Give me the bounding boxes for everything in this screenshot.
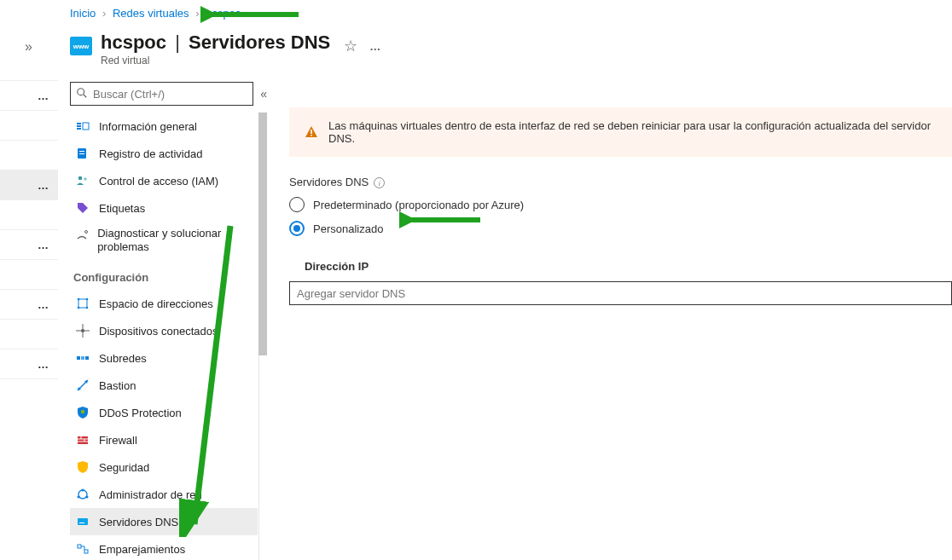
tags-icon [75, 200, 90, 216]
radio-icon [289, 221, 305, 236]
collapse-nav-icon[interactable]: « [260, 87, 267, 101]
nav-item-bastion[interactable]: Bastion [70, 372, 258, 399]
nav-section-config: Configuración [70, 261, 258, 290]
chevron-right-icon: › [195, 7, 199, 20]
more-actions-icon[interactable]: … [369, 40, 381, 53]
breadcrumb: Inicio › Redes virtuales › hcspoc [70, 0, 952, 25]
add-dns-server-input[interactable] [289, 281, 952, 305]
nav-label: Emparejamientos [99, 543, 185, 556]
ip-column-header: Dirección IP [305, 260, 952, 273]
stub-row[interactable]: … [0, 349, 58, 378]
svg-rect-37 [79, 522, 84, 523]
nav-item-diagnose[interactable]: Diagnosticar y solucionar problemas [70, 222, 258, 261]
stub-row[interactable] [0, 259, 58, 289]
svg-rect-40 [311, 130, 312, 134]
svg-point-14 [86, 298, 89, 301]
expand-rail-button[interactable]: » [0, 19, 58, 63]
network-manager-icon [75, 487, 90, 502]
nav-item-security[interactable]: Seguridad [70, 453, 258, 481]
breadcrumb-link-home[interactable]: Inicio [70, 7, 96, 20]
stub-row[interactable]: … [0, 229, 58, 259]
dns-icon [75, 514, 90, 529]
nav-item-network-manager[interactable]: Administrador de red [70, 481, 258, 508]
warning-banner: Las máquinas virtuales dentro de esta in… [289, 107, 952, 157]
nav-item-firewall[interactable]: Firewall [70, 426, 258, 453]
nav-label: Espacio de direcciones [99, 297, 213, 310]
nav-item-iam[interactable]: Control de acceso (IAM) [70, 167, 258, 194]
svg-rect-36 [78, 518, 88, 525]
svg-rect-8 [79, 153, 84, 154]
info-icon[interactable]: i [374, 177, 385, 188]
page-header: www hcspoc | Servidores DNS Red virtual … [70, 25, 952, 66]
stub-row[interactable]: … [0, 80, 58, 110]
radio-custom[interactable]: Personalizado [289, 221, 952, 236]
nav-label: Seguridad [99, 461, 149, 474]
svg-point-10 [84, 177, 87, 181]
nav-item-ddos[interactable]: DDoS Protection [70, 399, 258, 426]
svg-rect-21 [81, 356, 84, 360]
activity-log-icon [75, 146, 90, 161]
menu-search-box[interactable] [70, 82, 253, 106]
radio-label: Predeterminado (proporcionado por Azure) [313, 199, 524, 211]
menu-search-input[interactable] [93, 88, 247, 101]
svg-point-33 [82, 489, 84, 492]
page-title: hcspoc | Servidores DNS [101, 32, 330, 54]
page-subtitle: Servidores DNS [189, 32, 330, 53]
address-space-icon [75, 296, 90, 311]
nav-scrollbar-track [258, 113, 267, 560]
radio-label: Personalizado [313, 222, 383, 235]
ellipsis-icon: … [38, 298, 49, 311]
nav-label: Registro de actividad [99, 147, 202, 160]
svg-rect-5 [83, 123, 89, 130]
svg-rect-20 [77, 356, 80, 360]
ddos-icon [75, 405, 90, 420]
svg-point-0 [78, 88, 84, 95]
nav-item-tags[interactable]: Etiquetas [70, 194, 258, 222]
content-pane: Las máquinas virtuales dentro de esta in… [267, 82, 952, 560]
stub-row[interactable]: … [0, 170, 58, 199]
stub-row[interactable]: … [0, 289, 58, 319]
stub-row[interactable] [0, 319, 58, 349]
nav-item-activity-log[interactable]: Registro de actividad [70, 140, 258, 167]
svg-point-15 [78, 307, 80, 309]
svg-point-13 [78, 298, 80, 301]
nav-item-address-space[interactable]: Espacio de direcciones [70, 290, 258, 317]
svg-rect-22 [85, 356, 89, 360]
chevron-right-icon: › [102, 7, 106, 20]
nav-item-connected-devices[interactable]: Dispositivos conectados [70, 317, 258, 344]
field-label-dns: Servidores DNS i [289, 176, 952, 188]
field-label-text: Servidores DNS [289, 176, 369, 188]
svg-rect-7 [79, 151, 84, 152]
resource-name: hcspoc [101, 32, 166, 53]
nav-label: Dispositivos conectados [99, 325, 218, 338]
svg-rect-2 [77, 123, 81, 124]
nav-item-subnets[interactable]: Subredes [70, 344, 258, 372]
nav-item-dns-servers[interactable]: Servidores DNS [70, 508, 258, 535]
svg-rect-12 [78, 299, 87, 308]
stub-row[interactable] [0, 199, 58, 229]
radio-default[interactable]: Predeterminado (proporcionado por Azure) [289, 197, 952, 212]
nav-scrollbar-thumb[interactable] [258, 113, 267, 355]
iam-icon [75, 173, 90, 188]
collapsed-left-rail: » … … … … … [0, 19, 58, 408]
stub-row[interactable] [0, 378, 58, 408]
svg-point-11 [85, 231, 88, 234]
nav-item-overview[interactable]: Información general [70, 113, 258, 140]
radio-icon [289, 197, 305, 212]
diagnose-icon [75, 227, 89, 242]
favorite-star-icon[interactable]: ☆ [344, 37, 357, 55]
nav-item-peerings[interactable]: Emparejamientos [70, 535, 258, 560]
stub-row[interactable] [0, 110, 58, 140]
bastion-icon [75, 378, 90, 393]
ellipsis-icon: … [38, 358, 49, 371]
stub-row[interactable] [0, 140, 58, 170]
nav-label: Etiquetas [99, 202, 145, 215]
breadcrumb-link-resource[interactable]: hcspoc [206, 7, 241, 20]
nav-label: Subredes [99, 352, 147, 365]
peerings-icon [75, 541, 90, 557]
breadcrumb-link-vnets[interactable]: Redes virtuales [113, 7, 189, 20]
nav-label: Administrador de red [99, 488, 202, 501]
svg-rect-27 [78, 436, 88, 444]
resource-type-label: Red virtual [101, 55, 330, 66]
warning-triangle-icon [305, 125, 318, 139]
